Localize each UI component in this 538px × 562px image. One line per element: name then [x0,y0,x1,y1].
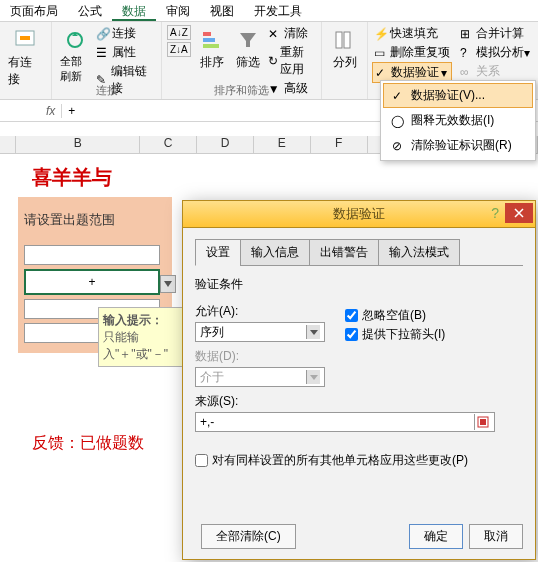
group-sort-label: 排序和筛选 [162,83,321,98]
chevron-down-icon [306,325,320,339]
source-label: 来源(S): [195,393,345,410]
svg-rect-7 [344,32,350,48]
clear-circles-icon: ⊘ [389,138,405,154]
tab-settings[interactable]: 设置 [195,239,241,266]
validation-icon: ✓ [389,88,405,104]
clear-icon: ✕ [268,27,282,41]
connections-icon [12,26,40,54]
menu-clear-circles[interactable]: ⊘ 清除验证标识圈(R) [383,133,533,158]
circle-invalid-icon: ◯ [389,113,405,129]
svg-rect-5 [203,44,219,48]
data-label: 数据(D): [195,348,345,365]
whatif-icon: ? [460,46,474,60]
range-picker-icon [477,416,489,428]
ribbon-tabs: 页面布局 公式 数据 审阅 视图 开发工具 [0,0,538,22]
tab-error-alert[interactable]: 出错警告 [309,239,379,266]
feedback-text: 反馈：已做题数 [18,353,172,454]
text-to-columns-button[interactable]: 分列 [326,24,363,73]
apply-changes-checkbox[interactable] [195,454,208,467]
removedup-icon: ▭ [374,46,388,60]
texttocol-icon [331,26,359,54]
chevron-down-icon: ▾ [441,66,447,80]
dialog-help-button[interactable]: ? [491,205,499,221]
col-header[interactable]: D [197,136,254,153]
remove-duplicates-button[interactable]: ▭删除重复项 [372,43,452,62]
svg-rect-3 [203,32,211,36]
link-icon: 🔗 [96,27,110,41]
group-conn-label: 连接 [52,83,161,98]
tab-review[interactable]: 审阅 [156,0,200,21]
col-header[interactable]: B [16,136,140,153]
relations-icon: ∞ [460,65,474,79]
prompt-text: 请设置出题范围 [24,203,166,241]
col-header[interactable]: C [140,136,197,153]
tab-formulas[interactable]: 公式 [68,0,112,21]
clear-button[interactable]: ✕清除 [266,24,317,43]
reapply-button[interactable]: ↻重新应用 [266,43,317,79]
reapply-icon: ↻ [268,54,278,68]
flashfill-icon: ⚡ [374,27,388,41]
properties-icon: ☰ [96,46,110,60]
close-icon [514,208,524,218]
cancel-button[interactable]: 取消 [469,524,523,549]
flash-fill-button[interactable]: ⚡快速填充 [372,24,452,43]
range-cell-upper[interactable] [24,245,160,265]
dialog-close-button[interactable] [505,203,533,223]
chevron-down-icon [306,370,320,384]
relations-button: ∞关系 [458,62,532,81]
sort-za-icon[interactable]: Z↓A [167,42,191,57]
tab-pagelayout[interactable]: 页面布局 [0,0,68,21]
fx-icon[interactable]: fx [40,104,61,118]
svg-rect-6 [336,32,342,48]
connections-button[interactable]: 🔗连接 [94,24,157,43]
in-cell-dropdown-checkbox[interactable]: 提供下拉箭头(I) [345,326,445,343]
existing-connections-button[interactable]: 有连接 [4,24,47,90]
validation-icon: ✓ [375,66,389,80]
range-picker-button[interactable] [474,414,490,430]
input-tooltip: 输入提示： 只能输入"＋"或"－" [98,307,190,367]
clear-all-button[interactable]: 全部清除(C) [201,524,296,549]
dialog-titlebar[interactable]: 数据验证 ? [182,200,536,228]
cell-dropdown-arrow[interactable] [160,275,176,293]
dialog-tabs: 设置 输入信息 出错警告 输入法模式 [195,238,523,266]
source-input[interactable]: +,- [195,412,495,432]
what-if-button[interactable]: ?模拟分析▾ [458,43,532,62]
operator-cell[interactable]: + [24,269,160,295]
data-validation-dropdown: ✓ 数据验证(V)... ◯ 圈释无效数据(I) ⊘ 清除验证标识圈(R) [380,80,536,161]
chevron-down-icon: ▾ [524,46,530,60]
select-all-corner[interactable] [0,136,16,153]
tab-input-message[interactable]: 输入信息 [240,239,310,266]
filter-icon [234,26,262,54]
consolidate-icon: ⊞ [460,27,474,41]
validation-criteria-label: 验证条件 [195,276,523,293]
tab-data[interactable]: 数据 [112,0,156,21]
menu-data-validation[interactable]: ✓ 数据验证(V)... [383,83,533,108]
svg-rect-4 [203,38,215,42]
data-validation-dialog: 数据验证 ? 设置 输入信息 出错警告 输入法模式 验证条件 允许(A): 序列… [182,200,536,560]
refresh-icon [61,26,89,54]
tab-ime-mode[interactable]: 输入法模式 [378,239,460,266]
ignore-blank-checkbox[interactable]: 忽略空值(B) [345,307,445,324]
allow-select[interactable]: 序列 [195,322,325,342]
sort-icon [198,26,226,54]
properties-button[interactable]: ☰属性 [94,43,157,62]
ok-button[interactable]: 确定 [409,524,463,549]
apply-changes-label: 对有同样设置的所有其他单元格应用这些更改(P) [212,452,468,469]
allow-label: 允许(A): [195,303,345,320]
col-header[interactable]: E [254,136,311,153]
svg-rect-9 [480,419,486,425]
question-panel: 请设置出题范围 + 输入提示： 只能输入"＋"或"－" [18,197,172,353]
tab-view[interactable]: 视图 [200,0,244,21]
data-select: 介于 [195,367,325,387]
consolidate-button[interactable]: ⊞合并计算 [458,24,532,43]
menu-circle-invalid[interactable]: ◯ 圈释无效数据(I) [383,108,533,133]
sort-az-icon[interactable]: A↓Z [167,25,191,40]
svg-rect-1 [20,36,30,40]
col-header[interactable]: F [311,136,368,153]
sheet-title: 喜羊羊与 [18,154,172,197]
dialog-title: 数据验证 [333,205,385,223]
tab-developer[interactable]: 开发工具 [244,0,312,21]
